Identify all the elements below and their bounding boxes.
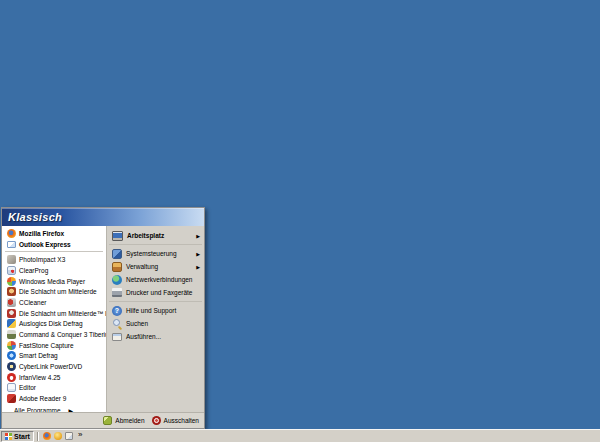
irfanview-icon	[7, 373, 16, 382]
firefox-icon[interactable]	[43, 432, 51, 440]
menu-item-label: Arbeitsplatz	[127, 232, 164, 239]
help-and-support-icon	[112, 306, 122, 316]
menu-item-editor[interactable]: Editor	[2, 383, 106, 394]
quick-launch-overflow-chevron[interactable]: »	[78, 431, 82, 439]
battle-for-middle-earth-2-icon	[7, 309, 16, 318]
menu-item-label: PhotoImpact X3	[19, 256, 65, 263]
menu-item-label: Editor	[19, 384, 36, 391]
show-desktop-icon[interactable]	[65, 432, 73, 440]
powerdvd-icon	[7, 362, 16, 371]
search-icon	[112, 319, 122, 329]
windows-logo-icon	[5, 433, 12, 440]
menu-item-label: Ausführen...	[126, 333, 161, 340]
log-off-button[interactable]: Abmelden	[103, 416, 144, 425]
separator	[109, 244, 202, 245]
menu-item-label: IrfanView 4.25	[19, 374, 60, 381]
menu-item-label: Verwaltung	[126, 263, 158, 270]
start-button[interactable]: Start	[1, 431, 34, 442]
menu-item-label: Windows Media Player	[19, 278, 85, 285]
smart-defrag-icon	[7, 351, 16, 360]
shut-down-label: Ausschalten	[164, 417, 199, 424]
run-icon	[112, 333, 122, 341]
auslogics-disk-defrag-icon	[7, 319, 16, 328]
faststone-capture-icon	[7, 341, 16, 350]
menu-item-label: Command & Conquer 3 Tiberium Wars	[19, 331, 106, 338]
clearprog-icon	[7, 266, 16, 275]
menu-item-label: ClearProg	[19, 267, 48, 274]
menu-item-schlacht-um-mittelerde[interactable]: Die Schlacht um Mittelerde	[2, 286, 106, 297]
menu-item-verwaltung[interactable]: Verwaltung ▶	[107, 260, 204, 273]
start-menu-title: Klassisch	[8, 211, 62, 223]
menu-item-suchen[interactable]: Suchen	[107, 317, 204, 330]
submenu-arrow-icon: ▶	[196, 233, 201, 239]
printers-and-faxes-icon	[112, 288, 122, 297]
menu-item-netzwerkverbindungen[interactable]: Netzwerkverbindungen	[107, 273, 204, 286]
menu-item-label: Drucker und Faxgeräte	[126, 289, 192, 296]
start-menu-system-column: Arbeitsplatz ▶ Systemsteuerung ▶ Verwalt…	[106, 226, 204, 412]
menu-item-label: Auslogics Disk Defrag	[19, 320, 83, 327]
start-menu: Klassisch Mozilla Firefox Outlook Expres…	[1, 207, 205, 429]
separator	[5, 251, 103, 252]
menu-item-windows-media-player[interactable]: Windows Media Player	[2, 276, 106, 287]
editor-icon	[7, 383, 16, 392]
log-off-label: Abmelden	[115, 417, 144, 424]
menu-item-drucker-und-faxgeraete[interactable]: Drucker und Faxgeräte	[107, 286, 204, 299]
command-conquer-3-icon	[7, 330, 16, 339]
quick-launch-app-icon[interactable]	[54, 432, 62, 440]
menu-item-outlook-express[interactable]: Outlook Express	[2, 239, 106, 250]
menu-item-smart-defrag[interactable]: Smart Defrag	[2, 351, 106, 362]
menu-item-label: Die Schlacht um Mittelerde	[19, 288, 97, 295]
firefox-icon	[7, 229, 16, 238]
outlook-express-icon	[7, 241, 16, 248]
menu-item-photoimpact[interactable]: PhotoImpact X3	[2, 254, 106, 265]
start-menu-programs-column: Mozilla Firefox Outlook Express PhotoImp…	[2, 226, 106, 412]
my-computer-icon	[112, 231, 123, 241]
menu-item-hilfe-und-support[interactable]: Hilfe und Support	[107, 304, 204, 317]
menu-item-label: Netzwerkverbindungen	[126, 276, 192, 283]
menu-item-label: FastStone Capture	[19, 342, 74, 349]
start-menu-body: Mozilla Firefox Outlook Express PhotoImp…	[2, 226, 204, 412]
menu-item-powerdvd[interactable]: CyberLink PowerDVD	[2, 361, 106, 372]
ccleaner-icon	[7, 298, 16, 307]
separator	[109, 301, 202, 302]
menu-item-label: Die Schlacht um Mittelerde™ II	[19, 310, 106, 317]
menu-item-faststone-capture[interactable]: FastStone Capture	[2, 340, 106, 351]
menu-item-systemsteuerung[interactable]: Systemsteuerung ▶	[107, 247, 204, 260]
menu-item-label: Smart Defrag	[19, 352, 58, 359]
menu-item-label: Systemsteuerung	[126, 250, 177, 257]
menu-item-mozilla-firefox[interactable]: Mozilla Firefox	[2, 228, 106, 239]
menu-item-irfanview[interactable]: IrfanView 4.25	[2, 372, 106, 383]
adobe-reader-icon	[7, 394, 16, 403]
menu-item-command-conquer-3[interactable]: Command & Conquer 3 Tiberium Wars	[2, 329, 106, 340]
windows-media-player-icon	[7, 277, 16, 286]
menu-item-label: CyberLink PowerDVD	[19, 363, 82, 370]
control-panel-icon	[112, 249, 122, 259]
menu-item-auslogics-disk-defrag[interactable]: Auslogics Disk Defrag	[2, 319, 106, 330]
shut-down-icon	[152, 416, 161, 425]
log-off-icon	[103, 416, 112, 425]
taskbar: Start »	[0, 429, 600, 442]
all-programs-button[interactable]: Alle Programme ▶	[2, 404, 106, 412]
photoimpact-icon	[7, 255, 16, 264]
start-menu-header: Klassisch	[2, 208, 204, 226]
menu-item-ccleaner[interactable]: CCleaner	[2, 297, 106, 308]
shut-down-button[interactable]: Ausschalten	[152, 416, 199, 425]
menu-item-label: CCleaner	[19, 299, 46, 306]
menu-item-label: Adobe Reader 9	[19, 395, 66, 402]
menu-item-arbeitsplatz[interactable]: Arbeitsplatz ▶	[107, 229, 204, 242]
menu-item-schlacht-um-mittelerde-2[interactable]: Die Schlacht um Mittelerde™ II	[2, 308, 106, 319]
menu-item-label: Suchen	[126, 320, 148, 327]
menu-item-label: Mozilla Firefox	[19, 230, 64, 237]
start-button-label: Start	[14, 433, 30, 440]
administrative-tools-icon	[112, 262, 122, 272]
submenu-arrow-icon: ▶	[196, 251, 201, 257]
taskbar-divider	[37, 432, 39, 441]
menu-item-clearprog[interactable]: ClearProg	[2, 265, 106, 276]
menu-item-adobe-reader[interactable]: Adobe Reader 9	[2, 393, 106, 404]
submenu-arrow-icon: ▶	[196, 264, 201, 270]
desktop[interactable]: Klassisch Mozilla Firefox Outlook Expres…	[0, 0, 600, 442]
menu-item-ausfuehren[interactable]: Ausführen...	[107, 330, 204, 343]
network-connections-icon	[112, 275, 122, 285]
menu-item-label: Outlook Express	[19, 241, 71, 248]
menu-item-label: Hilfe und Support	[126, 307, 176, 314]
